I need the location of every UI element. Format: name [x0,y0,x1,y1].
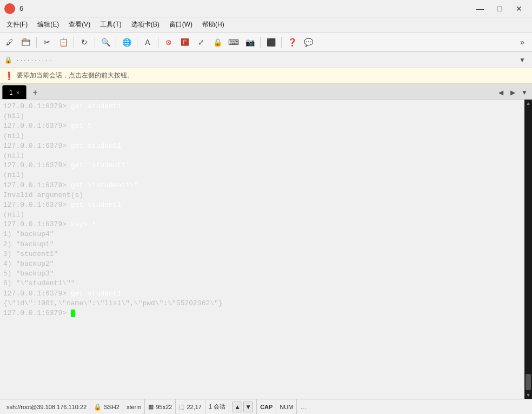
terminal-line: 3) "student1" [3,249,521,259]
toolbar-keyboard[interactable]: ⌨ [226,35,241,50]
nav-up-button[interactable]: ▲ [232,402,242,412]
menu-view[interactable]: 查看(V) [64,18,95,31]
lock-status-icon: 🔒 [94,403,102,411]
status-ssh: ssh://root@39.108.176.110:22 [3,399,90,414]
terminal-line: (nil) [3,151,521,161]
terminal-wrapper: 127.0.0.1:6379> get student1 (nil) 127.0… [0,100,532,399]
terminal-line: 127.0.0.1:6379> get student1 [3,102,521,111]
toolbar-more[interactable]: » [515,35,530,50]
toolbar-copy[interactable]: 📋 [56,35,71,50]
toolbar-font[interactable]: A [140,35,155,50]
toolbar-lock[interactable]: 🔒 [210,35,225,50]
titlebar-title: 6 [19,4,23,12]
terminal-line: 127.0.0.1:6379> get student1 [3,200,521,210]
toolbar-new[interactable]: 🖊 [2,35,17,50]
menu-tools[interactable]: 工具(T) [96,18,125,31]
notice-text: 要添加当前会话，点击左侧的前大按钮。 [17,71,134,80]
terminal-label: xterm [127,404,142,410]
ssh-label: ssh://root@39.108.176.110:22 [6,404,87,410]
menu-edit[interactable]: 编辑(E) [33,18,63,31]
terminal-content[interactable]: 127.0.0.1:6379> get student1 (nil) 127.0… [0,100,524,399]
terminal-line: 6) "\"student1\"" [3,279,521,288]
tab-1[interactable]: 1 × [2,85,26,99]
main-layout: 文件(F) 编辑(E) 查看(V) 工具(T) 选项卡(B) 窗口(W) 帮助(… [0,17,532,414]
toolbar-box[interactable]: ⬛ [263,35,278,50]
close-button[interactable]: ✕ [510,2,528,15]
toolbar-cam[interactable]: 📷 [242,35,257,50]
tab-nav-more[interactable]: ▼ [519,87,530,98]
terminal-line: 127.0.0.1:6379> get \"student1\" [3,181,521,190]
scroll-down-arrow[interactable]: ▼ [524,391,532,399]
toolbar-sep2 [74,37,74,48]
tab-nav-prev[interactable]: ◀ [495,87,506,98]
terminal-line: {\"id\":1001,\"name\":\"lisi\",\"pwd\":\… [3,299,521,308]
notice-icon: ❗ [4,71,14,80]
terminal-scrollbar[interactable]: ▲ ▼ [524,100,532,399]
terminal-cursor [71,310,75,317]
statusbar: ssh://root@39.108.176.110:22 🔒 SSH2 xter… [0,399,532,414]
terminal-line: 4) "backup2" [3,259,521,269]
position-label: 22,17 [187,404,202,410]
status-more[interactable]: … [297,399,309,414]
toolbar-pw[interactable]: 🅿 [177,35,192,50]
toolbar-sep6 [158,37,158,48]
terminal-line: 127.0.0.1:6379> get student1 [3,141,521,151]
menu-help[interactable]: 帮助(H) [198,18,229,31]
scroll-track[interactable] [526,108,531,390]
terminal-line: 127.0.0.1:6379> keys * [3,220,521,229]
toolbar-expand[interactable]: ⤢ [194,35,209,50]
toolbar-refresh[interactable]: ↻ [77,35,92,50]
terminal-line: (nil) [3,111,521,121]
terminal-line: 1) "backup4" [3,229,521,239]
toolbar-open[interactable] [18,35,34,50]
menu-tabs[interactable]: 选项卡(B) [127,18,164,31]
position-icon: ⬚ [179,403,184,410]
tab-1-label: 1 [9,89,13,96]
tab-nav: ◀ ▶ ▼ [495,87,530,99]
status-num: NUM [276,399,297,414]
status-dimensions: ▦ 95x22 [145,399,176,414]
num-label: NUM [280,404,293,410]
noticebar: ❗ 要添加当前会话，点击左侧的前大按钮。 [0,68,532,83]
infobar-dropdown[interactable]: ▼ [517,55,528,65]
titlebar: 6 — □ ✕ [0,0,532,17]
titlebar-controls: — □ ✕ [471,2,528,15]
toolbar-chat[interactable]: 💬 [301,35,316,50]
nav-down-button[interactable]: ▼ [243,402,253,412]
menu-window[interactable]: 窗口(W) [165,18,197,31]
protocol-label: SSH2 [104,404,119,410]
more-icon[interactable]: … [300,404,306,410]
scroll-up-arrow[interactable]: ▲ [524,100,532,107]
terminal-line: (nil) [3,210,521,220]
tab-nav-next[interactable]: ▶ [507,87,518,98]
toolbar-globe[interactable]: 🌐 [119,35,134,50]
terminal-line: 127.0.0.1:6379> get 5 [3,121,521,131]
status-protocol: 🔒 SSH2 [90,399,123,414]
tab-add-button[interactable]: + [29,86,42,99]
toolbar-sep1 [36,37,37,48]
tab-1-close[interactable]: × [16,89,19,96]
status-position: ⬚ 22,17 [176,399,205,414]
maximize-button[interactable]: □ [491,2,508,15]
menu-file[interactable]: 文件(F) [2,18,32,31]
terminal-line: 5) "backup3" [3,269,521,279]
scroll-thumb[interactable] [526,374,531,390]
minimize-button[interactable]: — [471,2,489,15]
toolbar-sep7 [260,37,261,48]
grid-icon: ▦ [148,403,154,410]
toolbar-sep3 [95,37,95,48]
infobar-text: · · · · · · · · · · [17,56,51,64]
terminal-line: 127.0.0.1:6379> get student1 [3,289,521,299]
toolbar-search[interactable]: 🔍 [98,35,113,50]
toolbar-redx[interactable]: ⊗ [161,35,176,50]
toolbar-sep8 [281,37,282,48]
tabbar: 1 × + ◀ ▶ ▼ [0,83,532,100]
toolbar-help[interactable]: ❓ [284,35,300,50]
toolbar-sep4 [116,37,116,48]
infobar: 🔒 · · · · · · · · · · ▼ [0,52,532,68]
dimensions-label: 95x22 [156,404,172,410]
toolbar-cut[interactable]: ✂ [39,35,55,50]
lock-icon: 🔒 [4,56,12,64]
titlebar-left: 6 [4,3,23,14]
terminal-line: 127.0.0.1:6379> get 'student1' [3,161,521,170]
